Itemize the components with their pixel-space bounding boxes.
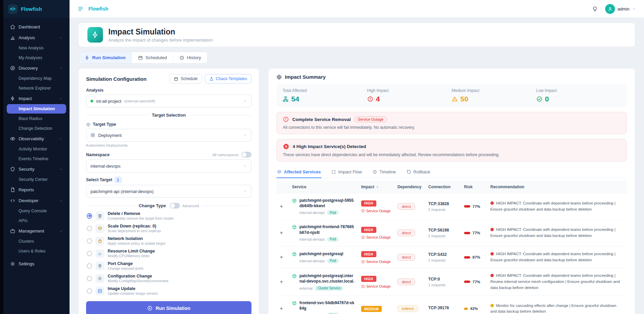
sidebar-item-events-timeline[interactable]: Events Timeline: [7, 154, 66, 164]
chevron-up-icon: [59, 137, 63, 141]
sidebar-item-label: Dependency Map: [19, 76, 52, 81]
radio[interactable]: [87, 276, 92, 281]
radio-selected[interactable]: [87, 213, 92, 219]
impact-stats: Total Affected 54 High Impact 4: [276, 84, 627, 107]
all-namespaces-toggle[interactable]: [241, 152, 251, 158]
sidebar-item-impact-simulation[interactable]: Impact Simulation: [7, 104, 66, 114]
check-circle-icon: [536, 96, 542, 102]
option-title: Port Change: [108, 261, 143, 266]
stat-value: 50: [460, 95, 468, 103]
sidebar-item-settings[interactable]: Settings: [7, 259, 66, 269]
sidebar-group-developer[interactable]: Developer: [7, 195, 66, 206]
sidebar-toggle-icon[interactable]: [78, 6, 84, 12]
radio[interactable]: [87, 238, 92, 244]
risk-bar: [464, 308, 468, 310]
severity-dot-icon: [490, 228, 494, 231]
analysis-select[interactable]: int-all-project (internal-openshift): [86, 95, 251, 107]
chevron-down-icon: [243, 133, 247, 137]
user-menu[interactable]: admin: [605, 4, 636, 14]
sidebar-item-new-analysis[interactable]: New Analysis: [7, 43, 66, 53]
advanced-toggle[interactable]: [170, 203, 180, 209]
option-title: Scale Down (replicas: 0): [108, 224, 161, 228]
option-network-isolation[interactable]: Network Isolation Apply network policy t…: [86, 235, 251, 247]
expand-row-button[interactable]: +: [280, 279, 283, 285]
sidebar-group-analysis[interactable]: Analysis: [7, 32, 66, 43]
option-scale-down[interactable]: Scale Down (replicas: 0) Scale deploymen…: [86, 222, 251, 235]
sidebar-group-discovery[interactable]: Discovery: [7, 63, 66, 73]
chaos-templates-button[interactable]: Chaos Templates: [205, 74, 252, 83]
sidebar-group-security[interactable]: Security: [7, 164, 66, 174]
sidebar-item-my-analyses[interactable]: My Analyses: [7, 53, 66, 63]
tab-affected-services[interactable]: Affected Services: [276, 166, 321, 178]
user-name: admin: [618, 6, 629, 11]
sidebar-item-dashboard[interactable]: Dashboard: [7, 22, 66, 32]
recommendation-text: Monitor for cascading effects after chan…: [490, 304, 616, 314]
sidebar-item-users-roles[interactable]: Users & Roles: [7, 246, 66, 256]
radio[interactable]: [87, 226, 92, 231]
sidebar-item-reports[interactable]: Reports: [7, 185, 66, 195]
sidebar-item-activity-monitor[interactable]: Activity Monitor: [7, 144, 66, 154]
tab-timeline[interactable]: Timeline: [372, 166, 397, 178]
sidebar-group-management[interactable]: Management: [7, 226, 66, 236]
option-configuration-change[interactable]: Configuration Change Modify ConfigMap/Se…: [86, 272, 251, 285]
alert-text: These services have direct dependencies …: [283, 152, 620, 157]
service-namespace: internal-devops: [299, 259, 325, 263]
column-impact-label: Impact: [361, 185, 374, 189]
tab-label: Timeline: [379, 169, 396, 174]
sidebar-group-observability[interactable]: Observability: [7, 134, 66, 144]
select-target-value: patchmgmt-api (internal-devops): [90, 189, 154, 194]
tab-impact-flow[interactable]: Impact Flow: [331, 166, 363, 178]
table-row: + patchmgmt-frontend-787665b67d-njx4t in…: [276, 220, 627, 246]
radio[interactable]: [87, 251, 92, 256]
expand-row-button[interactable]: +: [280, 203, 283, 210]
tab-history[interactable]: History: [173, 52, 207, 63]
column-impact[interactable]: Impact ▲▼: [358, 181, 394, 193]
namespace-select[interactable]: internal-devops: [86, 160, 251, 172]
app-logo[interactable]: Flowfish: [3, 0, 70, 18]
kind-badge: Pod: [327, 313, 339, 314]
run-simulation-button[interactable]: Run Simulation: [86, 301, 251, 314]
expand-column-header: [276, 181, 289, 193]
schedule-button[interactable]: Schedule: [169, 74, 202, 83]
tab-label: History: [187, 55, 201, 60]
expand-row-button[interactable]: +: [280, 230, 283, 236]
theme-lightbulb-icon[interactable]: [592, 6, 598, 12]
risk-percent: 77%: [473, 280, 480, 284]
sidebar-item-query-console[interactable]: Query Console: [7, 206, 66, 216]
page-header: Impact Simulation Analyze the impact of …: [78, 23, 635, 47]
target-type-label: Target Type: [86, 122, 251, 127]
image-icon: [96, 287, 104, 295]
sidebar-item-dependency-map[interactable]: Dependency Map: [7, 74, 66, 83]
sidebar-item-network-explorer[interactable]: Network Explorer: [7, 83, 66, 93]
table-row: + patchmgmt-postgresql-5955db64fb-kkwvl …: [276, 193, 627, 220]
radio[interactable]: [87, 288, 92, 294]
service-removal-alert: Complete Service Removal Service Outage …: [276, 112, 627, 134]
option-desc: Update container image version: [108, 291, 158, 295]
severity-dot-icon: [490, 304, 494, 307]
tab-scheduled[interactable]: Scheduled: [132, 52, 173, 63]
sidebar-item-label: Activity Monitor: [19, 147, 47, 151]
radio[interactable]: [87, 263, 92, 269]
tab-rollback[interactable]: Rollback: [406, 166, 431, 178]
option-resource-limit[interactable]: Resource Limit Change Modify CPU/Memory …: [86, 247, 251, 260]
tab-run-simulation[interactable]: Run Simulation: [79, 52, 132, 63]
recommendation-text: HIGH IMPACT: Coordinate with dependent t…: [490, 201, 616, 211]
expand-row-button[interactable]: +: [280, 306, 283, 312]
option-port-change[interactable]: Port Change Change exposed ports: [86, 260, 251, 272]
option-image-update[interactable]: Image Update Update container image vers…: [86, 285, 251, 297]
page-subtitle: Analyze the impact of changes before imp…: [108, 38, 213, 43]
impact-bolt-icon: [87, 27, 103, 43]
sidebar-item-security-center[interactable]: Security Center: [7, 175, 66, 184]
sidebar-group-impact[interactable]: Impact: [7, 93, 66, 104]
option-delete-remove[interactable]: Delete / Remove Completely remove the ta…: [86, 210, 251, 222]
select-target-select[interactable]: patchmgmt-api (internal-devops): [86, 185, 251, 198]
sidebar-item-apis[interactable]: APIs: [7, 216, 66, 225]
sidebar-item-change-detection[interactable]: Change Detection: [7, 124, 66, 133]
impact-note-text: Service Outage: [366, 209, 391, 213]
pod-icon: [292, 274, 297, 279]
expand-row-button[interactable]: +: [280, 254, 283, 260]
target-type-select[interactable]: Deployment: [86, 129, 251, 142]
sort-icon[interactable]: ▲▼: [376, 186, 379, 189]
sidebar-item-clusters[interactable]: Clusters: [7, 237, 66, 246]
sidebar-item-blast-radius[interactable]: Blast Radius: [7, 114, 66, 123]
